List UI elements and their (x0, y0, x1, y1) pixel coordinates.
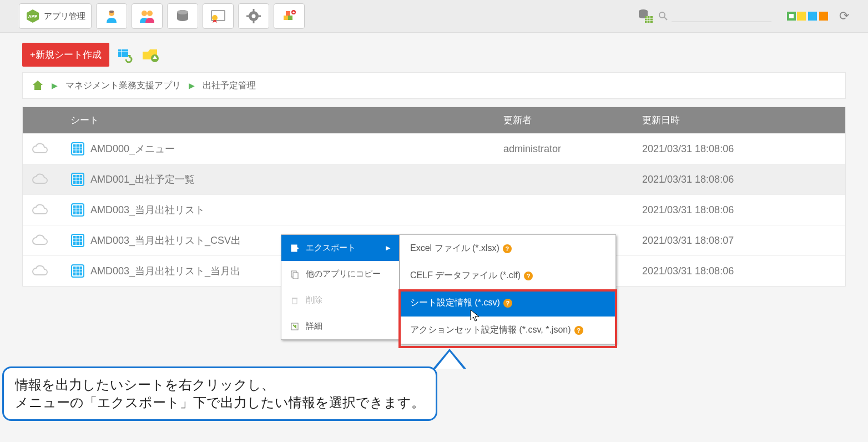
svg-point-27 (659, 12, 665, 18)
search-wrap (658, 11, 771, 22)
blocks-button[interactable]: + (274, 3, 305, 29)
search-icon[interactable] (658, 11, 668, 21)
breadcrumb-level2[interactable]: 出社予定管理 (203, 80, 256, 92)
row-name: AMD000_メニュー (90, 142, 175, 155)
callout-line1: 情報を出力したいシートを右クリックし、 (15, 376, 425, 394)
submenu-celf-label: CELF データファイル (*.clf) (410, 270, 521, 282)
database-button[interactable] (167, 3, 198, 29)
submenu-excel[interactable]: Excel ファイル (*.xlsx) ? (400, 235, 615, 262)
cloud-icon (32, 173, 48, 185)
search-input[interactable] (672, 11, 771, 22)
app-management-label: アプリ管理 (44, 11, 85, 22)
svg-point-4 (142, 11, 147, 16)
export-submenu: Excel ファイル (*.xlsx) ? CELF データファイル (*.cl… (400, 234, 616, 344)
menu-delete: 削除 (281, 287, 399, 313)
callout-tail (433, 349, 466, 369)
menu-detail-label: 詳細 (306, 321, 322, 332)
refresh-icon[interactable]: ⟳ (839, 9, 849, 23)
svg-rect-49 (73, 205, 82, 214)
help-icon[interactable]: ? (503, 299, 512, 308)
menu-export[interactable]: エクスポート ▶ (281, 235, 399, 261)
users-button[interactable] (132, 3, 163, 29)
table-row[interactable]: AMD000_メニューadministrator2021/03/31 18:08… (23, 133, 845, 164)
svg-rect-69 (293, 273, 298, 279)
help-icon[interactable]: ? (524, 272, 533, 280)
action-row: +新規シート作成 (0, 33, 868, 72)
svg-rect-15 (258, 16, 261, 17)
cloud-icon (32, 265, 48, 277)
submenu-actionset-label: アクションセット設定情報 (*.csv, *.json) (410, 324, 571, 336)
svg-rect-14 (246, 16, 249, 17)
svg-rect-29 (118, 49, 128, 57)
svg-rect-18 (286, 11, 290, 16)
new-sheet-button[interactable]: +新規シート作成 (22, 43, 109, 67)
svg-marker-73 (471, 310, 479, 321)
cloud-icon (32, 234, 48, 247)
folder-upload-icon[interactable] (142, 47, 159, 63)
home-icon[interactable] (32, 79, 44, 92)
row-name: AMD003_当月出社リスト_CSV出 (90, 234, 241, 247)
svg-marker-35 (33, 81, 43, 90)
sheet-icon (70, 172, 85, 187)
svg-rect-16 (284, 16, 288, 20)
user-button[interactable] (96, 3, 127, 29)
cloud-icon (32, 143, 48, 155)
top-toolbar: APP アプリ管理 + ⟳ (0, 0, 868, 33)
svg-rect-3 (109, 11, 114, 13)
chevron-right-icon: ▶ (386, 244, 390, 252)
submenu-excel-label: Excel ファイル (*.xlsx) (410, 243, 499, 254)
submenu-sheet-csv[interactable]: シート設定情報 (*.csv) ? (400, 289, 615, 317)
header-sheet: シート (70, 114, 503, 127)
svg-rect-61 (73, 267, 82, 275)
svg-rect-37 (73, 144, 82, 153)
trash-icon (290, 296, 299, 305)
submenu-actionset[interactable]: アクションセット設定情報 (*.csv, *.json) ? (400, 317, 615, 344)
sheet-icon (70, 233, 85, 248)
context-menu: エクスポート ▶ 他のアプリにコピー 削除 詳細 (281, 234, 400, 340)
instruction-callout: 情報を出力したいシートを右クリックし、 メニューの「エクスポート」下で出力したい… (2, 366, 437, 421)
row-name: AMD003_当月出社リスト (90, 203, 205, 217)
callout-line2: メニューの「エクスポート」下で出力したい情報を選択できます。 (15, 394, 425, 411)
color-blue[interactable] (808, 12, 817, 21)
certificate-button[interactable] (203, 3, 234, 29)
svg-rect-22 (645, 16, 653, 23)
table-row[interactable]: AMD003_当月出社リスト2021/03/31 18:08:06 (23, 194, 845, 225)
help-icon[interactable]: ? (574, 326, 583, 335)
menu-copy-to-other[interactable]: 他のアプリにコピー (281, 261, 399, 287)
color-green-outline[interactable] (787, 12, 796, 21)
database-icon (175, 9, 190, 23)
menu-detail[interactable]: 詳細 (281, 313, 399, 339)
svg-rect-71 (292, 298, 297, 299)
svg-rect-43 (73, 175, 82, 184)
sheet-icon (70, 264, 85, 278)
svg-rect-13 (253, 21, 255, 23)
copy-icon (290, 270, 299, 279)
color-orange[interactable] (819, 12, 828, 21)
color-yellow[interactable] (797, 12, 806, 21)
export-icon (290, 244, 299, 253)
row-name: AMD003_当月出社リスト_当月出 (90, 264, 240, 278)
chevron-right-icon: ▶ (52, 81, 58, 90)
blocks-icon: + (281, 9, 297, 23)
svg-point-9 (212, 15, 218, 21)
svg-point-5 (147, 11, 153, 16)
db-grid-icon[interactable] (637, 8, 654, 24)
submenu-sheet-csv-label: シート設定情報 (*.csv) (410, 297, 500, 309)
help-icon[interactable]: ? (503, 244, 512, 253)
color-palette[interactable] (787, 12, 829, 21)
svg-point-11 (252, 14, 256, 18)
breadcrumb: ▶ マネジメント業務支援アプリ ▶ 出社予定管理 (22, 72, 846, 99)
settings-button[interactable] (238, 3, 269, 29)
app-management-button[interactable]: APP アプリ管理 (19, 3, 92, 29)
detail-icon (290, 322, 299, 331)
row-name: AMD001_出社予定一覧 (90, 173, 195, 186)
breadcrumb-level1[interactable]: マネジメント業務支援アプリ (65, 80, 181, 92)
submenu-celf[interactable]: CELF データファイル (*.clf) ? (400, 262, 615, 289)
svg-rect-12 (253, 9, 255, 12)
row-updated-at: 2021/03/31 18:08:06 (642, 143, 836, 155)
table-row[interactable]: AMD001_出社予定一覧2021/03/31 18:08:06 (23, 164, 845, 194)
row-updated-at: 2021/03/31 18:08:06 (642, 174, 836, 185)
svg-text:APP: APP (28, 14, 38, 19)
db-refresh-icon[interactable] (117, 47, 134, 63)
row-updater: administrator (503, 143, 642, 155)
